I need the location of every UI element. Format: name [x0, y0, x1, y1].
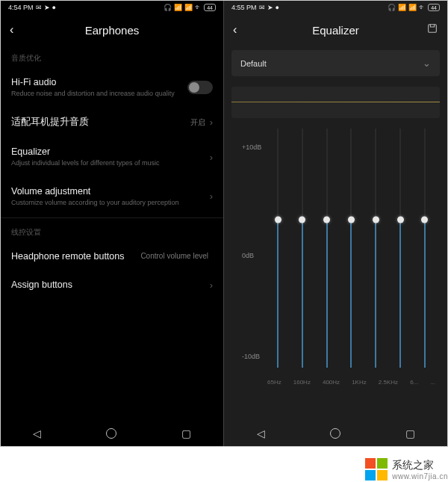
- vol-sub: Customize volume according to your audit…: [11, 199, 210, 207]
- eq-response-preview: [231, 87, 440, 118]
- eq-band-4[interactable]: [340, 129, 361, 368]
- hifi-audio-row[interactable]: Hi-Fi audio Reduce noise and distortion …: [1, 68, 223, 107]
- signal-icon: 📶: [174, 4, 182, 11]
- back-button[interactable]: ‹: [233, 23, 237, 37]
- nav-back-icon[interactable]: ◁: [257, 427, 265, 439]
- eq-band-2[interactable]: [292, 129, 313, 368]
- eq-title: Equalizer: [11, 146, 210, 157]
- vol-title: Volume adjustment: [11, 186, 210, 197]
- eq-band-5[interactable]: [365, 129, 386, 368]
- nav-back-icon[interactable]: ◁: [33, 427, 41, 439]
- eq-band-6[interactable]: [390, 129, 411, 368]
- dot-icon: ●: [276, 4, 279, 11]
- eq-band-3[interactable]: [317, 129, 337, 368]
- watermark: 系统之家 www.win7jia.cn: [365, 458, 448, 481]
- page-header: ‹ Equalizer: [224, 14, 447, 46]
- remote-buttons-row[interactable]: Headphone remote buttons Control volume …: [1, 242, 223, 271]
- watermark-brand: 系统之家: [392, 459, 448, 472]
- chevron-right-icon: ›: [210, 117, 213, 128]
- microsoft-logo-icon: [365, 458, 388, 481]
- nav-bar: ◁ ▢: [224, 421, 447, 446]
- chevron-right-icon: ›: [210, 191, 213, 202]
- nav-recent-icon[interactable]: ▢: [405, 427, 415, 439]
- chevron-right-icon: ›: [210, 152, 213, 163]
- status-bar: 4:55 PM ✉ ➤ ● 🎧 📶 📶 ᯤ 44: [224, 1, 447, 14]
- hifi-toggle[interactable]: [187, 81, 213, 94]
- axis-mid: 0dB: [242, 252, 254, 259]
- hifi-title: Hi-Fi audio: [11, 77, 187, 87]
- nav-home-icon[interactable]: [330, 428, 340, 439]
- send-icon: ➤: [44, 4, 50, 11]
- wifi-icon: ᯤ: [195, 4, 202, 11]
- axis-top: +10dB: [242, 143, 261, 151]
- section-audio-quality: 音质优化: [1, 46, 223, 68]
- svg-rect-0: [429, 25, 437, 33]
- adapt-headphone-row[interactable]: 适配耳机提升音质 开启 ›: [1, 107, 223, 138]
- signal-icon: 📶: [398, 4, 406, 11]
- save-icon[interactable]: [426, 22, 438, 37]
- section-wired-control: 线控设置: [1, 220, 223, 242]
- remote-title: Headphone remote buttons: [11, 251, 140, 262]
- clock: 4:55 PM: [231, 4, 257, 11]
- nav-home-icon[interactable]: [106, 428, 116, 439]
- hifi-sub: Reduce noise and distortion and increase…: [11, 90, 187, 98]
- eq-band-1[interactable]: [267, 129, 288, 368]
- headphone-icon: 🎧: [388, 4, 396, 11]
- eq-band-7[interactable]: [414, 129, 435, 368]
- eq-slider-area: +10dB 0dB -10dB 65Hz160Hz400Hz1KHz2.5KHz…: [231, 129, 440, 390]
- send-icon: ➤: [267, 4, 273, 11]
- signal2-icon: 📶: [184, 4, 193, 11]
- remote-value: Control volume level: [140, 252, 208, 260]
- preset-selector[interactable]: Default ⌄: [231, 50, 440, 76]
- chevron-right-icon: ›: [210, 279, 213, 291]
- battery-icon: 44: [428, 4, 440, 11]
- axis-bot: -10dB: [242, 353, 260, 360]
- volume-adjust-row[interactable]: Volume adjustment Customize volume accor…: [1, 177, 223, 216]
- battery-icon: 44: [204, 4, 216, 11]
- nav-bar: ◁ ▢: [1, 421, 223, 446]
- eq-sub: Adjust individual levels for different t…: [11, 159, 210, 167]
- page-title: Earphones: [85, 24, 140, 37]
- headphone-icon: 🎧: [164, 4, 172, 11]
- msg-icon: ✉: [36, 4, 42, 11]
- signal2-icon: 📶: [408, 4, 417, 11]
- chevron-down-icon: ⌄: [423, 58, 431, 69]
- status-bar: 4:54 PM ✉ ➤ ● 🎧 📶 📶 ᯤ 44: [1, 1, 223, 14]
- adapt-title: 适配耳机提升音质: [11, 116, 190, 129]
- dot-icon: ●: [52, 4, 56, 11]
- preset-label: Default: [240, 59, 423, 68]
- back-button[interactable]: ‹: [10, 23, 13, 37]
- equalizer-row[interactable]: Equalizer Adjust individual levels for d…: [1, 138, 223, 176]
- page-header: ‹ Earphones: [1, 14, 223, 46]
- clock: 4:54 PM: [8, 4, 34, 11]
- wifi-icon: ᯤ: [419, 4, 426, 11]
- divider: [1, 217, 223, 218]
- assign-title: Assign buttons: [11, 279, 210, 290]
- page-title: Equalizer: [312, 24, 359, 37]
- adapt-value: 开启: [190, 117, 205, 128]
- nav-recent-icon[interactable]: ▢: [181, 427, 191, 439]
- assign-buttons-row[interactable]: Assign buttons ›: [1, 271, 223, 300]
- watermark-url: www.win7jia.cn: [392, 472, 448, 481]
- freq-labels: 65Hz160Hz400Hz1KHz2.5KHz6......: [267, 379, 435, 386]
- msg-icon: ✉: [259, 4, 265, 11]
